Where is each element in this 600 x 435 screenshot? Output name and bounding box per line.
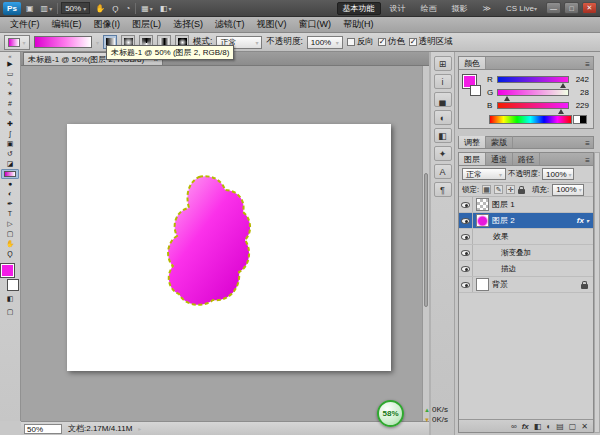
clone-stamp-tool-icon[interactable]: ▣ [1,139,19,149]
layer-thumbnail[interactable] [476,214,489,227]
stroke-label[interactable]: 描边 [473,264,516,274]
green-value[interactable]: 28 [572,88,589,97]
slider-thumb-icon[interactable] [558,109,564,114]
layer-row-effects[interactable]: 效果 [459,229,593,245]
tab-layers[interactable]: 图层 [459,153,486,165]
layer-row-layer2[interactable]: 图层 2 fx▾ [459,213,593,229]
tab-masks[interactable]: 蒙版 [486,136,513,148]
cs-live-button[interactable]: CS Live▾ [500,2,543,15]
zoom-level-dropdown[interactable]: 50%▾ [61,2,90,14]
opacity-input[interactable]: 100%▾ [307,36,343,49]
rectangular-marquee-tool-icon[interactable]: ▭ [1,69,19,79]
layer-row-layer1[interactable]: 图层 1 [459,197,593,213]
menu-item-layer[interactable]: 图层(L) [126,18,167,31]
background-color-swatch[interactable] [470,85,481,96]
rotate-view-icon[interactable]: ◔ [123,2,132,15]
paragraph-panel-icon[interactable]: ¶ [434,182,452,197]
zoom-tool-icon[interactable]: Ϙ [1,249,19,259]
styles-panel-icon[interactable]: ✦ [434,146,452,161]
new-adjustment-layer-icon[interactable]: ◐ [546,422,551,431]
tab-color[interactable]: 颜色 [459,57,486,69]
fill-input[interactable]: 100%▾ [552,184,584,196]
eye-icon[interactable] [461,282,470,288]
magic-wand-tool-icon[interactable]: ✶ [1,89,19,99]
layer-style-badge[interactable]: fx▾ [577,216,593,225]
menu-item-file[interactable]: 文件(F) [4,18,46,31]
black-white-swatch[interactable] [573,115,587,124]
canvas-vertical-scrollbar[interactable] [422,66,429,421]
eye-icon[interactable] [461,234,470,240]
foreground-color-swatch[interactable] [1,264,14,277]
shape-tool-icon[interactable]: ▢ [1,229,19,239]
eyedropper-tool-icon[interactable]: ✎ [1,109,19,119]
visibility-cell[interactable] [459,229,473,244]
eye-icon[interactable] [461,202,470,208]
layer-name[interactable]: 图层 2 [492,215,515,226]
workspace-photography-button[interactable]: 摄影 [446,2,474,15]
arrange-documents-icon[interactable]: ▦▾ [139,2,155,15]
status-zoom-input[interactable]: 50% [24,424,62,434]
close-button[interactable]: ✕ [582,2,597,14]
add-layer-mask-icon[interactable]: ◧ [534,422,542,431]
gradient-tool-icon[interactable] [1,169,19,179]
workspace-design-button[interactable]: 设计 [384,2,412,15]
layer-opacity-input[interactable]: 100%▾ [542,168,574,180]
panel-menu-icon[interactable]: ≡ [582,60,593,69]
background-color-swatch[interactable] [7,279,19,291]
visibility-cell[interactable] [459,277,473,292]
canvas-page[interactable] [67,124,391,371]
slider-thumb-icon[interactable] [504,96,510,101]
new-group-icon[interactable]: ▤ [556,422,564,431]
new-layer-icon[interactable]: ▢ [569,422,577,431]
menu-item-window[interactable]: 窗口(W) [293,18,338,31]
lock-all-icon[interactable] [518,189,525,194]
panel-menu-icon[interactable]: ≡ [582,139,593,148]
tab-adjustments[interactable]: 调整 [459,136,486,148]
brush-tool-icon[interactable]: ʃ [1,129,19,139]
maximize-button[interactable]: □ [564,2,579,14]
crop-tool-icon[interactable]: # [1,99,19,109]
pen-tool-icon[interactable]: ✒ [1,199,19,209]
hand-tool-icon[interactable]: ✋ [93,2,107,15]
link-layers-icon[interactable]: ∞ [511,422,517,431]
delete-layer-icon[interactable]: ✕ [581,422,588,431]
lasso-tool-icon[interactable]: ∿ [1,79,19,89]
screen-mode-icon[interactable]: ▢ [1,306,19,317]
healing-brush-tool-icon[interactable]: ✚ [1,119,19,129]
chevron-down-icon[interactable]: ▾ [586,217,589,224]
lock-transparency-icon[interactable]: ▦ [482,185,491,194]
workspace-essentials-button[interactable]: 基本功能 [337,2,381,15]
hand-tool-icon[interactable]: ✋ [1,239,19,249]
status-expand-icon[interactable]: ▸ [138,425,141,432]
minimize-button[interactable]: — [546,2,561,14]
magenta-blob-shape[interactable] [167,174,253,308]
menu-item-view[interactable]: 视图(V) [251,18,293,31]
screen-mode-icon[interactable]: ◧▾ [158,2,174,15]
effects-label[interactable]: 效果 [473,231,509,242]
eye-icon[interactable] [461,218,470,224]
eye-icon[interactable] [461,266,470,272]
red-value[interactable]: 242 [572,75,589,84]
menu-item-edit[interactable]: 编辑(E) [46,18,88,31]
workspace-painting-button[interactable]: 绘画 [415,2,443,15]
layer-blend-mode-select[interactable]: 正常▾ [462,168,506,180]
canvas-pasteboard[interactable] [21,66,429,421]
visibility-cell[interactable] [459,213,473,228]
history-brush-tool-icon[interactable]: ↺ [1,149,19,159]
move-tool-icon[interactable]: ▶ [1,59,19,69]
blue-value[interactable]: 229 [572,101,589,110]
quick-mask-icon[interactable]: ◧ [1,293,19,304]
gradient-overlay-label[interactable]: 渐变叠加 [473,248,531,258]
menu-item-help[interactable]: 帮助(H) [337,18,380,31]
layer-thumbnail[interactable] [476,198,489,211]
layer-row-gradient-overlay[interactable]: 渐变叠加 [459,245,593,261]
dodge-tool-icon[interactable]: ◐ [1,189,19,199]
panel-scrollbar[interactable] [594,152,600,433]
add-layer-style-icon[interactable]: fx [522,422,529,431]
blue-slider[interactable] [497,102,569,109]
view-extras-icon[interactable]: ▥▾ [39,2,55,15]
type-tool-icon[interactable]: T [1,209,19,219]
menu-item-select[interactable]: 选择(S) [167,18,209,31]
workspace-overflow-icon[interactable]: ≫ [477,2,497,15]
reverse-checkbox[interactable]: 反向 [347,36,374,48]
